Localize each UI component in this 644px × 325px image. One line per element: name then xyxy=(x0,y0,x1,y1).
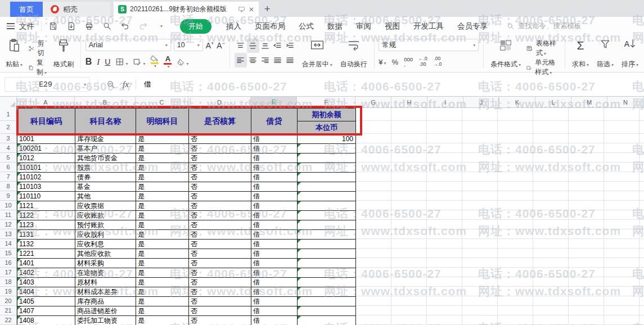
cell[interactable] xyxy=(298,211,356,220)
row-header-22[interactable]: 22 xyxy=(0,315,16,325)
cell[interactable]: 否 xyxy=(189,211,251,220)
select-all-corner[interactable] xyxy=(0,97,17,108)
cell[interactable]: 否 xyxy=(189,154,251,163)
row-header-5[interactable]: 5 xyxy=(0,153,16,162)
valign-top-button[interactable] xyxy=(235,38,247,53)
cell[interactable]: 否 xyxy=(189,230,251,240)
row-header-11[interactable]: 11 xyxy=(0,210,16,220)
cell[interactable]: 材料成本差异 xyxy=(75,287,136,297)
row-header-17[interactable]: 17 xyxy=(0,268,16,277)
cell[interactable]: 借 xyxy=(251,268,298,278)
cell[interactable]: 1408 xyxy=(17,316,75,325)
cell[interactable]: 1001 xyxy=(17,134,75,144)
cell[interactable]: 否 xyxy=(189,240,251,249)
fill-color-button[interactable] xyxy=(150,55,159,69)
table-header-cell[interactable]: 借贷 xyxy=(251,109,298,134)
column-header-N[interactable]: N xyxy=(607,97,644,108)
cell[interactable]: 商品进销差价 xyxy=(75,306,136,316)
close-tab-icon[interactable]: ✕ xyxy=(249,6,254,13)
cell[interactable]: 借 xyxy=(251,287,298,297)
valign-bottom-button[interactable] xyxy=(259,38,272,53)
filter-button[interactable]: 筛选 xyxy=(595,38,616,70)
font-size-select[interactable]: 10 xyxy=(174,39,203,51)
row-header-4[interactable]: 4 xyxy=(0,143,16,153)
cell[interactable]: 借 xyxy=(251,173,298,182)
table-header-cell[interactable]: 明细科目 xyxy=(136,109,189,134)
cell[interactable]: 1131 xyxy=(17,230,75,240)
cell[interactable]: 否 xyxy=(189,268,251,278)
cell[interactable]: 1012 xyxy=(17,154,75,163)
percent-format-button[interactable]: % xyxy=(392,58,399,66)
font-name-select[interactable]: Arial xyxy=(85,39,171,51)
cell[interactable]: 债券 xyxy=(75,173,136,182)
row-header-1[interactable]: 1 xyxy=(0,108,16,121)
zoom-out-icon[interactable] xyxy=(106,80,116,89)
column-header-K[interactable]: K xyxy=(499,97,535,108)
cell[interactable]: 借 xyxy=(251,306,298,316)
menu-tab[interactable]: 公式 xyxy=(292,21,321,31)
cell[interactable]: 是 xyxy=(136,287,189,297)
undo-button[interactable] xyxy=(118,20,132,33)
cell[interactable]: 借 xyxy=(251,154,298,163)
column-header-D[interactable]: D xyxy=(188,97,251,108)
cell[interactable]: 委托加工物资 xyxy=(75,316,136,325)
cell[interactable]: 110110 xyxy=(17,192,75,201)
draw-border-button[interactable] xyxy=(133,57,145,66)
cell[interactable]: 股票 xyxy=(75,163,136,173)
new-tab-button[interactable]: + xyxy=(264,3,271,17)
cell[interactable] xyxy=(298,259,356,268)
row-header-18[interactable]: 18 xyxy=(0,277,16,287)
row-header-21[interactable]: 21 xyxy=(0,306,16,315)
cell[interactable]: 是 xyxy=(136,144,189,154)
currency-format-button[interactable]: ¥ xyxy=(379,58,386,66)
row-header-2[interactable]: 2 xyxy=(0,121,16,134)
cell[interactable] xyxy=(298,220,356,230)
cell[interactable] xyxy=(298,249,356,259)
cell[interactable]: 1132 xyxy=(17,240,75,249)
cell[interactable]: 应收利息 xyxy=(75,240,136,249)
cell[interactable]: 否 xyxy=(189,259,251,268)
cell[interactable]: 是 xyxy=(136,240,189,249)
row-header-20[interactable]: 20 xyxy=(0,296,16,306)
cell[interactable]: 其他应收款 xyxy=(75,249,136,259)
cell[interactable] xyxy=(298,173,356,182)
row-header-6[interactable]: 6 xyxy=(0,162,16,172)
tab-document[interactable]: S 202110261...9财务初始余额模版 ✕ xyxy=(114,2,259,17)
valign-middle-button[interactable] xyxy=(247,38,259,53)
cell[interactable]: 否 xyxy=(189,278,251,287)
cell[interactable]: 否 xyxy=(189,201,251,211)
cell[interactable]: 1122 xyxy=(17,211,75,220)
cell[interactable]: 借 xyxy=(251,163,298,173)
sort-button[interactable]: A 排序 xyxy=(619,38,641,70)
cell[interactable]: 在途物资 xyxy=(75,268,136,278)
cell[interactable]: 100201 xyxy=(17,144,75,154)
font-color-button[interactable]: A xyxy=(164,55,172,69)
cell[interactable]: 否 xyxy=(189,220,251,230)
insert-function-button[interactable]: fx xyxy=(123,80,129,89)
column-header-B[interactable]: B xyxy=(75,97,136,108)
column-header-H[interactable]: H xyxy=(391,97,427,108)
wrap-text-button[interactable]: 自动换行 xyxy=(338,38,370,70)
cell[interactable] xyxy=(298,278,356,287)
cell[interactable]: 其他货币资金 xyxy=(75,154,136,163)
number-format-select[interactable]: 常规 xyxy=(379,39,479,51)
cell[interactable] xyxy=(298,316,356,325)
align-left-button[interactable] xyxy=(235,53,247,67)
cell[interactable]: 借 xyxy=(251,316,298,325)
row-header-12[interactable]: 12 xyxy=(0,220,16,229)
cut-button[interactable]: 剪切 xyxy=(28,39,48,58)
cell[interactable]: 否 xyxy=(189,173,251,182)
cell[interactable]: 1401 xyxy=(17,259,75,268)
toolbar-options-caret[interactable] xyxy=(154,20,168,33)
paste-button[interactable]: 粘贴 xyxy=(3,38,25,70)
export-button[interactable] xyxy=(64,20,78,33)
table-header-cell[interactable]: 科目编码 xyxy=(17,109,75,134)
cell[interactable]: 借 xyxy=(251,192,298,201)
menu-tab[interactable]: 数据 xyxy=(321,21,349,31)
cell[interactable]: 预付账款 xyxy=(75,220,136,230)
cell[interactable]: 是 xyxy=(136,316,189,325)
cell[interactable]: 110101 xyxy=(17,163,75,173)
cell[interactable]: 是 xyxy=(136,249,189,259)
cell[interactable]: 100 xyxy=(298,134,356,144)
cell[interactable]: 基本户 xyxy=(75,144,136,154)
